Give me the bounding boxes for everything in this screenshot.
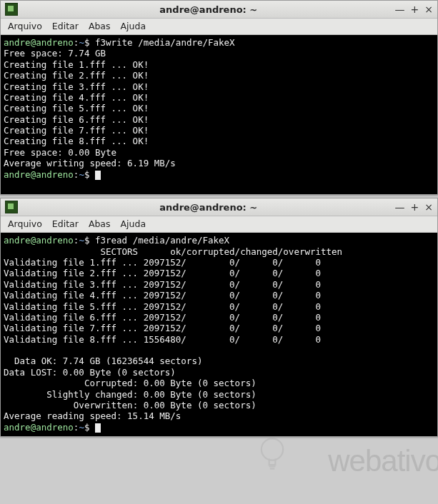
prompt-path: ~: [79, 235, 84, 246]
output-line: Creating file 4.fff ... OK!: [4, 92, 149, 103]
close-button[interactable]: ×: [424, 201, 433, 213]
maximize-button[interactable]: +: [411, 201, 419, 213]
minimize-button[interactable]: —: [395, 201, 405, 213]
menubar: Arquivo Editar Abas Ajuda: [1, 19, 437, 35]
output-line: Slightly changed: 0.00 Byte (0 sectors): [4, 389, 257, 400]
output-line: Creating file 3.fff ... OK!: [4, 81, 149, 92]
terminal-output[interactable]: andre@andreno:~$ f3write /media/andre/Fa…: [1, 35, 437, 194]
output-line: Average writing speed: 6.19 MB/s: [4, 158, 176, 168]
output-line: Free space: 0.00 Byte: [4, 147, 116, 158]
output-line: Creating file 8.fff ... OK!: [4, 136, 149, 146]
output-line: Validating file 4.fff ... 2097152/ 0/ 0/…: [4, 290, 321, 301]
titlebar[interactable]: andre@andreno: ~ — + ×: [1, 198, 437, 216]
menu-arquivo[interactable]: Arquivo: [8, 21, 42, 31]
prompt-user: andre@andreno: [4, 37, 74, 48]
output-line: Data LOST: 0.00 Byte (0 sectors): [4, 367, 176, 378]
menu-ajuda[interactable]: Ajuda: [121, 21, 146, 31]
output-header: SECTORS ok/corrupted/changed/overwritten: [4, 246, 342, 257]
menu-arquivo[interactable]: Arquivo: [8, 218, 42, 229]
prompt-symbol: $: [84, 422, 95, 433]
output-line: Creating file 2.fff ... OK!: [4, 70, 149, 81]
menu-ajuda[interactable]: Ajuda: [121, 218, 146, 229]
prompt-user: andre@andreno: [4, 169, 74, 180]
output-line: Validating file 8.fff ... 1556480/ 0/ 0/…: [4, 334, 321, 345]
window-title: andre@andreno: ~: [22, 4, 395, 15]
output-line: Creating file 5.fff ... OK!: [4, 103, 149, 114]
output-line: Creating file 7.fff ... OK!: [4, 125, 149, 136]
output-line: Overwritten: 0.00 Byte (0 sectors): [4, 400, 257, 410]
output-line: Validating file 5.fff ... 2097152/ 0/ 0/…: [4, 301, 321, 312]
output-line: Corrupted: 0.00 Byte (0 sectors): [4, 378, 257, 388]
command: f3read /media/andre/FakeX: [95, 235, 229, 246]
close-button[interactable]: ×: [424, 4, 433, 15]
prompt-symbol: $: [84, 169, 95, 180]
prompt-user: andre@andreno: [4, 235, 74, 246]
window-title: andre@andreno: ~: [22, 202, 395, 213]
minimize-button[interactable]: —: [395, 4, 405, 15]
cursor: [95, 423, 101, 433]
menu-editar[interactable]: Editar: [52, 218, 79, 229]
output-line: Validating file 3.fff ... 2097152/ 0/ 0/…: [4, 279, 321, 290]
output-line: Creating file 1.fff ... OK!: [4, 59, 149, 70]
menu-editar[interactable]: Editar: [52, 21, 79, 31]
command: f3write /media/andre/FakeX: [95, 37, 235, 48]
window-controls: — + ×: [395, 201, 433, 213]
output-line: Average reading speed: 15.14 MB/s: [4, 410, 181, 421]
window-controls: — + ×: [395, 4, 433, 15]
terminal-output[interactable]: andre@andreno:~$ f3read /media/andre/Fak…: [1, 233, 437, 436]
titlebar[interactable]: andre@andreno: ~ — + ×: [1, 1, 437, 19]
prompt-path: ~: [79, 422, 84, 433]
svg-point-0: [262, 438, 283, 460]
menubar: Arquivo Editar Abas Ajuda: [1, 216, 437, 233]
output-line: Validating file 6.fff ... 2097152/ 0/ 0/…: [4, 312, 321, 323]
terminal-icon: [5, 201, 18, 213]
terminal-window-2: andre@andreno: ~ — + × Arquivo Editar Ab…: [0, 198, 438, 437]
output-line: Data OK: 7.74 GB (16236544 sectors): [4, 356, 202, 366]
output-line: Validating file 1.fff ... 2097152/ 0/ 0/…: [4, 257, 321, 268]
watermark-text: webativo: [328, 444, 438, 478]
output-line: Validating file 2.fff ... 2097152/ 0/ 0/…: [4, 268, 321, 278]
output-line: Validating file 7.fff ... 2097152/ 0/ 0/…: [4, 323, 321, 333]
terminal-window-1: andre@andreno: ~ — + × Arquivo Editar Ab…: [0, 0, 438, 195]
prompt-path: ~: [79, 37, 84, 48]
maximize-button[interactable]: +: [411, 4, 419, 15]
output-line: Creating file 6.fff ... OK!: [4, 114, 149, 125]
prompt-symbol: $: [84, 37, 95, 48]
output-line: Free space: 7.74 GB: [4, 48, 106, 59]
prompt-path: ~: [79, 169, 84, 180]
menu-abas[interactable]: Abas: [89, 21, 111, 31]
menu-abas[interactable]: Abas: [89, 218, 111, 229]
prompt-user: andre@andreno: [4, 422, 74, 433]
lightbulb-icon: [257, 435, 288, 473]
prompt-symbol: $: [84, 235, 95, 246]
terminal-icon: [5, 3, 18, 16]
cursor: [95, 171, 101, 180]
